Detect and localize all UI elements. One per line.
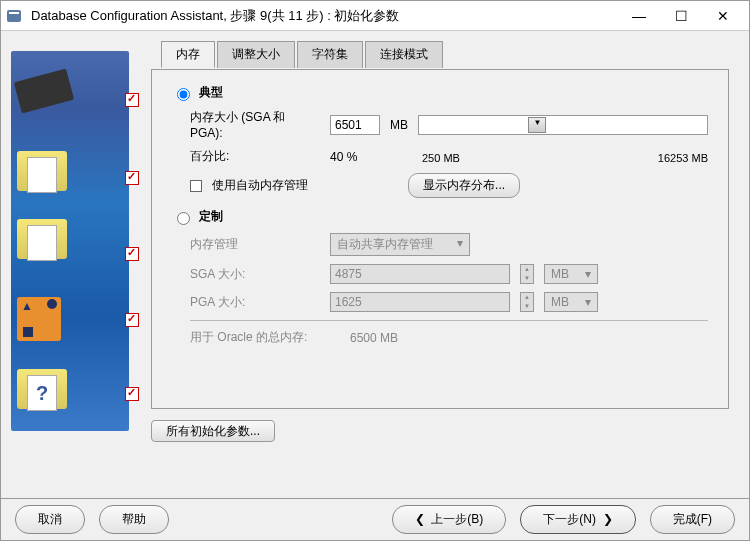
total-label: 用于 Oracle 的总内存: — [190, 329, 340, 346]
all-params-button[interactable]: 所有初始化参数... — [151, 420, 275, 442]
step-check-icon — [125, 247, 139, 261]
typical-label: 典型 — [199, 84, 223, 101]
slider-track[interactable]: ▼ — [418, 115, 708, 135]
tab-connmode[interactable]: 连接模式 — [365, 41, 443, 68]
divider — [190, 320, 708, 321]
auto-mem-label: 使用自动内存管理 — [212, 177, 308, 194]
titlebar: Database Configuration Assistant, 步骤 9(共… — [1, 1, 749, 31]
app-icon — [5, 7, 23, 25]
wizard-sidebar: ▲ ? — [1, 31, 141, 491]
chevron-down-icon: ▾ — [457, 236, 463, 253]
pga-spinner: ▲▼ — [520, 292, 534, 312]
slider-thumb[interactable]: ▼ — [528, 117, 546, 133]
client-area: ▲ ? 内存 调整大小 字符集 连接模式 典型 内存大小 (S — [1, 31, 749, 491]
custom-radio-row[interactable]: 定制 — [172, 208, 708, 225]
window-title: Database Configuration Assistant, 步骤 9(共… — [31, 7, 625, 25]
folder-icon — [17, 219, 77, 269]
tab-memory[interactable]: 内存 — [161, 41, 215, 68]
minimize-button[interactable]: — — [625, 8, 653, 24]
slider-max-label: 16253 MB — [658, 152, 708, 164]
mem-size-unit: MB — [390, 118, 408, 132]
main-panel: 内存 调整大小 字符集 连接模式 典型 内存大小 (SGA 和 PGA): MB — [141, 31, 749, 491]
tab-charset[interactable]: 字符集 — [297, 41, 363, 68]
finish-button[interactable]: 完成(F) — [650, 505, 735, 534]
auto-mem-checkbox[interactable] — [190, 180, 202, 192]
shapes-icon: ▲ — [17, 297, 77, 347]
window-controls: — ☐ ✕ — [625, 8, 745, 24]
help-button[interactable]: 帮助 — [99, 505, 169, 534]
mem-slider[interactable]: ▼ — [418, 115, 708, 135]
svg-rect-0 — [7, 10, 21, 22]
all-params-row: 所有初始化参数... — [151, 423, 729, 440]
step-check-icon — [125, 313, 139, 327]
step-check-icon — [125, 387, 139, 401]
svg-rect-1 — [9, 12, 19, 14]
sga-unit-select: MB▾ — [544, 264, 598, 284]
pga-unit-select: MB▾ — [544, 292, 598, 312]
cancel-button[interactable]: 取消 — [15, 505, 85, 534]
typical-radio-row[interactable]: 典型 — [172, 84, 708, 101]
custom-label: 定制 — [199, 208, 223, 225]
mem-size-input[interactable] — [330, 115, 380, 135]
typical-radio[interactable] — [177, 88, 190, 101]
step-check-icon — [125, 93, 139, 107]
custom-radio[interactable] — [177, 212, 190, 225]
wizard-graphic: ▲ ? — [11, 51, 129, 431]
typical-body: 内存大小 (SGA 和 PGA): MB ▼ 百分比: — [190, 109, 708, 198]
pga-input — [330, 292, 510, 312]
chip-icon — [14, 69, 74, 114]
close-button[interactable]: ✕ — [709, 8, 737, 24]
chevron-down-icon: ▾ — [585, 295, 591, 309]
pga-label: PGA 大小: — [190, 294, 320, 311]
mem-mgmt-select: 自动共享内存管理▾ — [330, 233, 470, 256]
tab-size[interactable]: 调整大小 — [217, 41, 295, 68]
maximize-button[interactable]: ☐ — [667, 8, 695, 24]
next-button[interactable]: 下一步(N) ❯ — [520, 505, 635, 534]
show-dist-button[interactable]: 显示内存分布... — [408, 173, 520, 198]
slider-min-label: 250 MB — [422, 152, 460, 164]
custom-body: 内存管理 自动共享内存管理▾ SGA 大小: ▲▼ MB▾ PGA 大小: ▲▼… — [190, 233, 708, 346]
memory-panel: 典型 内存大小 (SGA 和 PGA): MB ▼ — [151, 69, 729, 409]
sga-label: SGA 大小: — [190, 266, 320, 283]
step-check-icon — [125, 171, 139, 185]
mem-mgmt-label: 内存管理 — [190, 236, 320, 253]
percent-label: 百分比: — [190, 148, 320, 165]
question-folder-icon: ? — [17, 369, 77, 419]
tab-bar: 内存 调整大小 字符集 连接模式 — [161, 41, 729, 68]
dbca-window: Database Configuration Assistant, 步骤 9(共… — [0, 0, 750, 541]
back-button[interactable]: ❮ 上一步(B) — [392, 505, 507, 534]
sga-input — [330, 264, 510, 284]
percent-value: 40 % — [330, 150, 380, 164]
mem-size-label: 内存大小 (SGA 和 PGA): — [190, 109, 320, 140]
wizard-footer: 取消 帮助 ❮ 上一步(B) 下一步(N) ❯ 完成(F) — [1, 498, 749, 540]
total-value: 6500 MB — [350, 331, 398, 345]
chevron-down-icon: ▾ — [585, 267, 591, 281]
folder-icon — [17, 151, 77, 201]
sga-spinner: ▲▼ — [520, 264, 534, 284]
